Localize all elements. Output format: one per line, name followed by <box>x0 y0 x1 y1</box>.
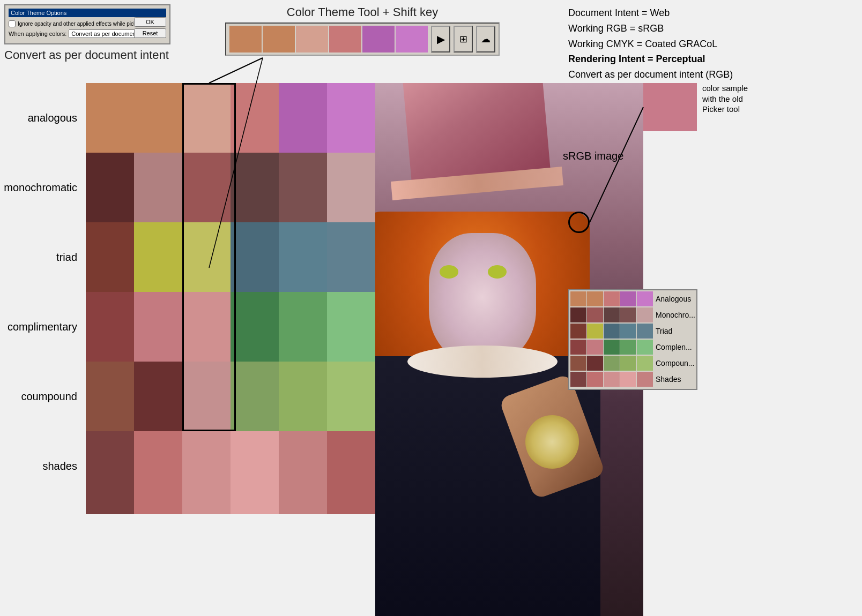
grid-button[interactable]: ⊞ <box>454 26 473 52</box>
swatch-6[interactable] <box>396 26 428 52</box>
mini-cell[interactable] <box>637 307 653 322</box>
toolbar-bar: ▶ ⊞ ☁ <box>225 22 500 56</box>
mini-cell[interactable] <box>570 307 586 322</box>
mini-cell[interactable] <box>637 356 653 371</box>
cell[interactable] <box>231 222 279 292</box>
cell[interactable] <box>327 362 375 431</box>
cell[interactable] <box>327 83 375 153</box>
mini-cell[interactable] <box>620 372 636 387</box>
cell[interactable] <box>182 292 231 362</box>
mini-cell[interactable] <box>620 307 636 322</box>
mini-cell[interactable] <box>587 307 603 322</box>
cell[interactable] <box>279 222 327 292</box>
cell[interactable] <box>231 292 279 362</box>
mini-cell[interactable] <box>637 372 653 387</box>
mini-cell[interactable] <box>587 324 603 339</box>
mini-cell[interactable] <box>604 340 620 355</box>
cell[interactable] <box>279 153 327 222</box>
label-complimentary: complimentary <box>0 292 86 362</box>
cell[interactable] <box>182 222 231 292</box>
label-coumpound: coumpound <box>0 362 86 431</box>
cell[interactable] <box>134 222 182 292</box>
color-theme-options-dialog: Color Theme Options Ignore opacity and o… <box>4 4 170 44</box>
label-shades: shades <box>0 431 86 501</box>
cell[interactable] <box>231 83 279 153</box>
mini-cell[interactable] <box>604 372 620 387</box>
cell[interactable] <box>279 362 327 431</box>
color-sample-label: color sample with the old Picker tool <box>702 83 756 115</box>
cell[interactable] <box>134 431 182 514</box>
cell[interactable] <box>231 153 279 222</box>
cell[interactable] <box>231 362 279 431</box>
mini-cell[interactable] <box>604 307 620 322</box>
mini-row-shades: Shades <box>570 372 695 387</box>
mini-cell[interactable] <box>620 291 636 306</box>
mini-cell[interactable] <box>620 356 636 371</box>
mini-cell[interactable] <box>637 324 653 339</box>
swatch-4[interactable] <box>329 26 361 52</box>
cell[interactable] <box>86 292 134 362</box>
mini-cell[interactable] <box>587 372 603 387</box>
cell[interactable] <box>86 431 134 514</box>
cell[interactable] <box>134 153 182 222</box>
swatch-1[interactable] <box>229 26 262 52</box>
play-button[interactable]: ▶ <box>431 26 450 52</box>
mini-label-analogous: Analogous <box>656 295 691 303</box>
palette-row-triad: triad <box>0 222 375 292</box>
swatch-2[interactable] <box>263 26 295 52</box>
mini-row-analogous: Analogous <box>570 291 695 306</box>
mini-cell[interactable] <box>570 356 586 371</box>
mini-cell[interactable] <box>570 340 586 355</box>
mini-cell[interactable] <box>587 291 603 306</box>
cell[interactable] <box>182 431 231 514</box>
info-line3: Working CMYK = Coated GRACoL <box>568 36 733 52</box>
mini-cell[interactable] <box>637 291 653 306</box>
cell[interactable] <box>279 431 327 514</box>
cell[interactable] <box>134 292 182 362</box>
cell[interactable] <box>327 431 375 514</box>
swatch-3[interactable] <box>296 26 328 52</box>
cell[interactable] <box>327 222 375 292</box>
mini-cell[interactable] <box>620 324 636 339</box>
cell[interactable] <box>86 362 134 431</box>
mini-cell[interactable] <box>604 291 620 306</box>
cell[interactable] <box>231 431 279 514</box>
cell[interactable] <box>134 83 182 153</box>
cell[interactable] <box>86 83 134 153</box>
cell[interactable] <box>86 222 134 292</box>
cell[interactable] <box>327 292 375 362</box>
cell[interactable] <box>182 83 231 153</box>
info-line5: Convert as per document intent (RGB) <box>568 67 733 82</box>
mini-cell[interactable] <box>587 356 603 371</box>
mini-label-monochromatic: Monochro... <box>656 311 695 319</box>
ok-button[interactable]: OK <box>134 17 166 27</box>
info-line4: Rendering Intent = Perceptual <box>568 51 733 67</box>
cloud-button[interactable]: ☁ <box>476 26 495 52</box>
info-text-block: Document Intent = Web Working RGB = sRGB… <box>568 5 733 82</box>
svg-line-0 <box>209 58 263 83</box>
ignore-opacity-checkbox[interactable] <box>9 20 16 27</box>
palette-row-complimentary: complimentary <box>0 292 375 362</box>
mini-cell[interactable] <box>604 356 620 371</box>
srgb-label: sRGB image <box>563 150 623 162</box>
cell[interactable] <box>279 83 327 153</box>
cell[interactable] <box>279 292 327 362</box>
swatch-5[interactable] <box>362 26 395 52</box>
cells-analogous <box>86 83 375 153</box>
mini-cell[interactable] <box>570 372 586 387</box>
reset-button[interactable]: Reset <box>134 28 166 38</box>
mini-cell[interactable] <box>604 324 620 339</box>
mini-cell[interactable] <box>570 291 586 306</box>
cell[interactable] <box>182 362 231 431</box>
cell[interactable] <box>327 153 375 222</box>
mini-cell[interactable] <box>620 340 636 355</box>
mini-cell[interactable] <box>637 340 653 355</box>
mini-cell[interactable] <box>587 340 603 355</box>
toolbar-title: Color Theme Tool + Shift key <box>225 5 500 19</box>
cell[interactable] <box>86 153 134 222</box>
mini-row-monochromatic: Monochro... <box>570 307 695 322</box>
mini-cell[interactable] <box>570 324 586 339</box>
dialog-title: Color Theme Options <box>11 10 66 16</box>
cell[interactable] <box>182 153 231 222</box>
cell[interactable] <box>134 362 182 431</box>
